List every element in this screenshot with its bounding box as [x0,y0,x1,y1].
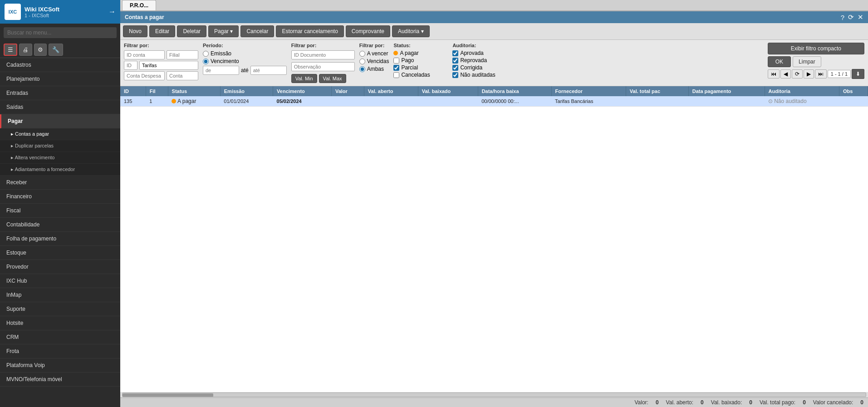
conta-input[interactable] [167,71,198,80]
col-data-hora-baixa[interactable]: Data/hora baixa [478,86,551,96]
sidebar-item-mvno[interactable]: MVNO/Telefonia móvel [0,373,120,387]
col-fornecedor[interactable]: Fornecedor [551,86,626,96]
estornar-button[interactable]: Estornar cancelamento [276,25,343,37]
scrollbar-thumb[interactable] [123,393,213,397]
col-val-aberto[interactable]: Val. aberto [364,86,418,96]
sidebar-item-receber[interactable]: Receber [0,176,120,190]
col-valor[interactable]: Valor [331,86,364,96]
filial-input[interactable] [167,50,198,59]
exibir-filtro-button[interactable]: Exibir filtro compacto [768,43,864,54]
sidebar-item-inmap[interactable]: InMap [0,288,120,302]
checkbox-pago[interactable] [393,58,399,64]
sidebar-item-frota[interactable]: Frota [0,344,120,358]
sidebar-subitem-duplicar-parcelas[interactable]: ▸ Duplicar parcelas [0,140,120,152]
sidebar-search-input[interactable] [4,27,117,38]
col-status[interactable]: Status [168,86,220,96]
periodo-ate-input[interactable] [250,66,287,75]
id-documento-input[interactable] [291,50,355,59]
radio-vencimento[interactable] [203,59,209,64]
radio-ambas[interactable] [359,66,365,72]
horizontal-scrollbar[interactable] [120,392,868,397]
ok-button[interactable]: OK [768,56,791,67]
sidebar-item-pagar[interactable]: Pagar [0,114,120,128]
sidebar-item-contabilidade[interactable]: Contabilidade [0,218,120,232]
checkbox-nao-auditadas[interactable] [452,72,458,78]
sidebar-nav-icon[interactable]: → [108,8,116,16]
sidebar-subitem-adiantamento[interactable]: ▸ Adiantamento a fornecedor [0,164,120,176]
sidebar-tool-settings[interactable]: ⚙ [34,44,47,56]
col-vencimento[interactable]: Vencimento [273,86,332,96]
novo-button[interactable]: Novo [123,25,147,37]
editar-button[interactable]: Editar [149,25,175,37]
refresh-button[interactable]: ⟳ [848,13,854,21]
col-auditoria[interactable]: Auditoria [765,86,839,96]
sidebar-subitem-altera-vencimento[interactable]: ▸ Altera vencimento [0,152,120,164]
pagar-button[interactable]: Pagar ▾ [208,25,239,37]
sidebar-item-planejamento[interactable]: Planejamento [0,72,120,86]
nav-prev-button[interactable]: ◀ [780,69,791,78]
sidebar-toolbar: ☰ 🖨 ⚙ 🔧 [0,42,120,58]
id-conta-input[interactable] [124,50,165,59]
sidebar-item-entradas[interactable]: Entradas [0,86,120,100]
nav-first-button[interactable]: ⏮ [768,69,780,78]
col-val-baixado[interactable]: Val. baixado [418,86,478,96]
auditoria-button[interactable]: Auditoria ▾ [392,25,430,37]
sidebar-item-saidas[interactable]: Saídas [0,100,120,114]
sidebar-item-estoque[interactable]: Estoque [0,246,120,260]
sidebar-subitem-contas-a-pagar[interactable]: ▸ Contas a pagar [0,128,120,140]
col-id[interactable]: ID [120,86,146,96]
valor-cancelado-value: 0 [860,399,863,406]
sidebar-item-financeiro[interactable]: Financeiro [0,190,120,204]
sidebar-item-fiscal[interactable]: Fiscal [0,204,120,218]
deletar-button[interactable]: Deletar [177,25,206,37]
sidebar-tool-menu[interactable]: ☰ [4,44,17,56]
radio-vencidas[interactable] [359,59,365,64]
help-button[interactable]: ? [841,13,844,21]
cancelar-button[interactable]: Cancelar [240,25,274,37]
download-button[interactable]: ⬇ [852,69,864,79]
val-min-button[interactable]: Val. Min [291,74,317,83]
sidebar-tool-print[interactable]: 🖨 [19,44,32,56]
tarifas-input[interactable] [139,61,198,70]
close-button[interactable]: ✕ [858,13,863,21]
val-max-button[interactable]: Val. Max [319,74,346,83]
sidebar-item-cadastros[interactable]: Cadastros [0,58,120,72]
conta-despesa-input[interactable] [124,71,165,80]
radio-a-vencer[interactable] [359,51,365,57]
sidebar-item-crm[interactable]: CRM [0,330,120,344]
filter-group-3: Filtrar por: A vencer Vencidas Ambas [359,43,389,72]
nav-last-button[interactable]: ⏭ [815,69,827,78]
top-tab-pro[interactable]: P.R.O... [122,0,156,10]
sidebar-item-folha-pagamento[interactable]: Folha de pagamento [0,232,120,246]
radio-emissao[interactable] [203,51,209,57]
comprovante-button[interactable]: Comprovante [346,25,390,37]
checkbox-aprovada[interactable] [452,50,458,56]
checkbox-canceladas[interactable] [393,72,399,78]
periodo-de-input[interactable] [203,66,239,75]
nav-refresh-button[interactable]: ⟳ [792,69,803,78]
col-obs[interactable]: Obs [839,86,868,96]
table-row[interactable]: 135 1 A pagar 01/01/2024 05/02/2024 00/0… [120,96,868,107]
filter-area: Filtrar por: Período: Emissão [120,40,868,86]
sidebar-item-plataforma-voip[interactable]: Plataforma Voip [0,358,120,373]
checkbox-corrigida[interactable] [452,65,458,71]
sidebar-item-ixc-hub[interactable]: IXC Hub [0,274,120,288]
sidebar-tool-wrench[interactable]: 🔧 [49,44,63,56]
col-val-total-pag[interactable]: Val. total pac [626,86,688,96]
checkbox-parcial[interactable] [393,65,399,71]
checkbox-reprovada[interactable] [452,58,458,64]
col-data-pagamento[interactable]: Data pagamento [688,86,765,96]
right-controls: Exibir filtro compacto OK Limpar ⏮ ◀ ⟳ ▶… [768,43,864,79]
sidebar-item-suporte[interactable]: Suporte [0,302,120,316]
sidebar-item-hotsite[interactable]: Hotsite [0,316,120,330]
ambas-label: Ambas [367,66,384,72]
col-emissao[interactable]: Emissão [220,86,273,96]
nav-next-button[interactable]: ▶ [804,69,814,78]
sidebar-subtitle: 1 - IXCSoft [25,13,105,18]
observacao-input[interactable] [291,62,355,71]
col-fil[interactable]: Fil [146,86,168,96]
limpar-button[interactable]: Limpar [793,56,821,67]
id-input[interactable] [124,61,137,70]
sidebar-item-provedor[interactable]: Provedor [0,260,120,274]
a-vencer-label: A vencer [367,50,388,57]
